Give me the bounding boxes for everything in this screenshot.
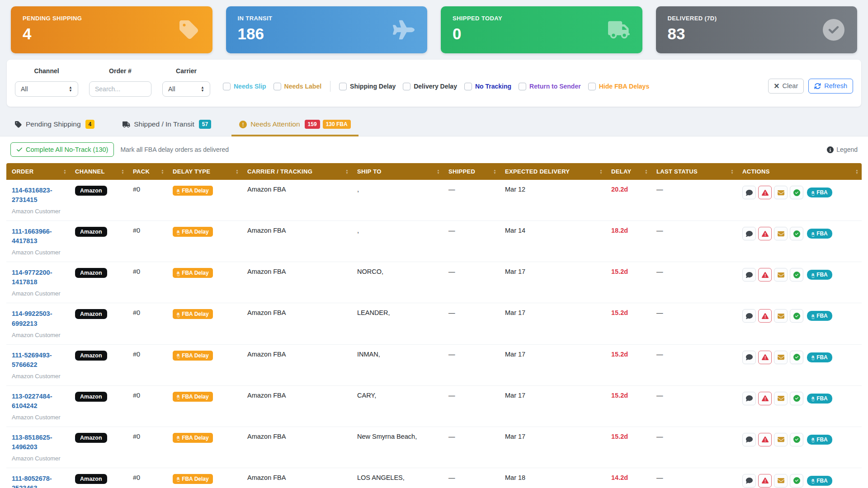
checkbox-input[interactable]	[588, 83, 596, 90]
report-delay-button[interactable]	[758, 186, 772, 199]
fba-pill-label: FBA	[816, 272, 828, 278]
carrier-select[interactable]: All	[162, 81, 210, 97]
email-button[interactable]	[774, 268, 788, 282]
tab-shipped-in-transit[interactable]: Shipped / In Transit 57	[115, 114, 219, 136]
mark-delivered-button[interactable]	[790, 433, 803, 446]
filter-checkbox-delivery-delay[interactable]: Delivery Delay	[403, 83, 457, 90]
column-header-expected-delivery[interactable]: EXPECTED DELIVERY	[500, 163, 606, 180]
comment-button[interactable]	[742, 392, 756, 405]
checkbox-input[interactable]	[519, 83, 526, 90]
clear-button[interactable]: Clear	[768, 79, 804, 94]
email-button[interactable]	[774, 392, 788, 405]
email-button[interactable]	[774, 186, 788, 199]
order-link[interactable]: 111-5269493-5766622	[12, 351, 64, 370]
filter-checkbox-needs-label[interactable]: Needs Label	[274, 83, 321, 90]
complete-all-no-track-button[interactable]: Complete All No-Track (130)	[10, 142, 114, 157]
email-button[interactable]	[774, 474, 788, 488]
report-delay-button[interactable]	[758, 392, 772, 405]
email-button[interactable]	[774, 433, 788, 446]
checkbox-input[interactable]	[339, 83, 347, 90]
mark-delivered-button[interactable]	[790, 309, 803, 323]
mark-delivered-button[interactable]	[790, 474, 803, 488]
comment-button[interactable]	[742, 186, 756, 199]
report-delay-button[interactable]	[758, 433, 772, 446]
order-link[interactable]: 113-0227484-6104242	[12, 392, 64, 411]
last-status-cell: —	[651, 468, 737, 488]
fba-delay-badge-label: FBA Delay	[182, 188, 209, 194]
column-header-shipped[interactable]: SHIPPED	[443, 163, 500, 180]
checkbox-label: Return to Sender	[529, 83, 581, 90]
column-header-delay[interactable]: DELAY	[606, 163, 651, 180]
comment-button[interactable]	[742, 268, 756, 282]
email-button[interactable]	[774, 309, 788, 323]
comment-button[interactable]	[742, 351, 756, 364]
channel-select[interactable]: All	[15, 81, 78, 97]
mark-delivered-button[interactable]	[790, 186, 803, 199]
mark-delivered-button[interactable]	[790, 392, 803, 405]
comment-button[interactable]	[742, 309, 756, 323]
report-delay-button[interactable]	[758, 268, 772, 282]
order-number-label: Order #	[109, 67, 132, 75]
legend-link[interactable]: Legend	[827, 146, 858, 153]
filter-checkbox-shipping-delay[interactable]: Shipping Delay	[339, 83, 396, 90]
comment-button[interactable]	[742, 474, 756, 488]
fba-pill-badge: FBA	[807, 188, 832, 197]
mark-delivered-button[interactable]	[790, 227, 803, 240]
mark-delivered-button[interactable]	[790, 268, 803, 282]
refresh-button[interactable]: Refresh	[808, 79, 853, 94]
column-header-channel[interactable]: CHANNEL	[70, 163, 127, 180]
checkbox-input[interactable]	[403, 83, 410, 90]
order-link[interactable]: 113-8518625-1496203	[12, 433, 64, 452]
filter-checkbox-hide-fba-delays[interactable]: Hide FBA Delays	[588, 83, 650, 90]
column-header-order[interactable]: ORDER	[6, 163, 70, 180]
column-header-last-status[interactable]: LAST STATUS	[651, 163, 737, 180]
order-link[interactable]: 111-1663966-4417813	[12, 227, 64, 246]
shipped-cell: —	[443, 303, 500, 344]
email-button[interactable]	[774, 351, 788, 364]
stat-card-pending-shipping: PENDING SHIPPING 4	[11, 6, 212, 53]
last-status-cell: —	[651, 303, 737, 344]
order-link[interactable]: 111-8052678-2523463	[12, 474, 64, 488]
comment-button[interactable]	[742, 227, 756, 240]
column-header-delay-type[interactable]: DELAY TYPE	[167, 163, 242, 180]
order-link[interactable]: 114-9922503-6992213	[12, 309, 64, 328]
report-delay-button[interactable]	[758, 474, 772, 488]
report-delay-button[interactable]	[758, 227, 772, 240]
report-delay-button[interactable]	[758, 351, 772, 364]
amazon-icon	[177, 311, 179, 317]
order-search-input[interactable]	[89, 81, 151, 97]
order-cell: 111-5269493-5766622 Amazon Customer	[6, 344, 70, 385]
check-circle-icon	[793, 436, 800, 443]
column-header-ship-to[interactable]: SHIP TO	[352, 163, 443, 180]
order-link[interactable]: 114-9772200-1417818	[12, 268, 64, 287]
mark-delivered-button[interactable]	[790, 351, 803, 364]
tab-pending-shipping[interactable]: Pending Shipping 4	[7, 114, 102, 136]
column-header-label: DELAY	[611, 168, 631, 175]
email-button[interactable]	[774, 227, 788, 240]
fba-delay-badge: FBA Delay	[173, 351, 213, 361]
checkbox-input[interactable]	[223, 83, 231, 90]
amazon-icon	[177, 188, 179, 194]
column-header-actions[interactable]: ACTIONS	[737, 163, 862, 180]
column-header-carrier-tracking[interactable]: CARRIER / TRACKING	[242, 163, 352, 180]
tab-count-badge: 57	[199, 120, 211, 129]
order-link[interactable]: 114-6316823-2731415	[12, 186, 64, 205]
filter-checkbox-return-to-sender[interactable]: Return to Sender	[519, 83, 581, 90]
expected-delivery-cell: Mar 17	[500, 344, 606, 385]
checkbox-input[interactable]	[274, 83, 281, 90]
filter-checkbox-no-tracking[interactable]: No Tracking	[464, 83, 511, 90]
channel-filter: Channel All	[15, 66, 78, 97]
channel-badge: Amazon	[75, 433, 107, 443]
legend-label: Legend	[836, 146, 858, 153]
comment-button[interactable]	[742, 433, 756, 446]
tab-needs-attention[interactable]: Needs Attention 159130 FBA	[231, 114, 359, 136]
carrier-tracking-cell: Amazon FBA	[242, 303, 352, 344]
stat-card-label: SHIPPED TODAY	[453, 15, 631, 22]
filter-checkbox-needs-slip[interactable]: Needs Slip	[223, 83, 266, 90]
amazon-icon	[811, 231, 814, 237]
checkbox-input[interactable]	[464, 83, 472, 90]
pack-cell: #0	[127, 427, 167, 468]
report-delay-button[interactable]	[758, 309, 772, 323]
column-header-pack[interactable]: PACK	[127, 163, 167, 180]
checkbox-label: Delivery Delay	[414, 83, 457, 90]
